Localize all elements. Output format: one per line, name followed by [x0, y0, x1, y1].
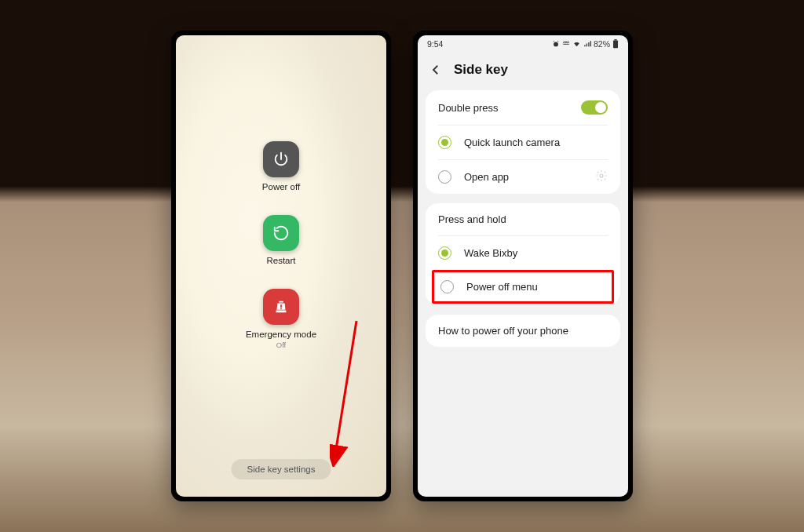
power-menu-items: Power off Restart Emer: [176, 141, 386, 349]
open-app-option[interactable]: Open app: [426, 160, 620, 194]
phone-left: Power off Restart Emer: [171, 31, 391, 501]
double-press-toggle[interactable]: [581, 100, 608, 115]
restart-label: Restart: [266, 256, 295, 265]
alarm-icon: [552, 40, 560, 48]
back-icon[interactable]: [429, 63, 443, 77]
wifi-icon: [572, 40, 581, 48]
restart-button[interactable]: Restart: [263, 215, 299, 265]
how-to-label: How to power off your phone: [438, 325, 568, 337]
vibrate-icon: [562, 40, 570, 48]
quick-launch-camera-option[interactable]: Quick launch camera: [426, 126, 620, 159]
status-bar: 9:54 82%: [418, 35, 628, 53]
battery-text: 82%: [594, 39, 610, 49]
settings-header: Side key: [418, 53, 628, 90]
restart-icon: [263, 215, 299, 251]
radio-unchecked-icon: [438, 170, 451, 184]
side-key-settings-screen: 9:54 82% Side key Double press: [418, 35, 628, 497]
radio-checked-icon: [438, 136, 451, 149]
radio-unchecked-icon: [440, 280, 454, 293]
emergency-mode-button[interactable]: Emergency mode Off: [246, 289, 316, 349]
svg-rect-6: [615, 39, 617, 41]
wake-bixby-label: Wake Bixby: [464, 247, 517, 259]
phone-right: 9:54 82% Side key Double press: [413, 31, 633, 501]
wake-bixby-option[interactable]: Wake Bixby: [426, 236, 620, 270]
double-press-header: Double press: [426, 90, 620, 125]
power-off-menu-option[interactable]: Power off menu: [434, 272, 612, 301]
emergency-state: Off: [276, 341, 287, 349]
press-and-hold-title: Press and hold: [438, 213, 506, 225]
emergency-icon: [263, 289, 299, 325]
power-off-button[interactable]: Power off: [262, 141, 300, 191]
quick-launch-camera-label: Quick launch camera: [464, 137, 560, 148]
press-and-hold-card: Press and hold Wake Bixby Power off menu: [426, 203, 620, 305]
power-off-label: Power off: [262, 182, 300, 191]
press-and-hold-header: Press and hold: [426, 203, 620, 235]
double-press-card: Double press Quick launch camera Open ap…: [426, 90, 620, 194]
power-menu-screen: Power off Restart Emer: [176, 35, 386, 497]
gear-icon[interactable]: [595, 169, 608, 184]
open-app-label: Open app: [464, 171, 509, 183]
svg-point-7: [600, 174, 603, 177]
how-to-card[interactable]: How to power off your phone: [426, 315, 620, 347]
radio-checked-icon: [438, 246, 451, 260]
emergency-label: Emergency mode: [246, 330, 316, 339]
side-key-settings-button[interactable]: Side key settings: [232, 459, 331, 479]
side-key-settings-label: Side key settings: [247, 465, 316, 474]
svg-rect-1: [280, 308, 282, 309]
status-time: 9:54: [427, 39, 443, 49]
signal-icon: [583, 40, 591, 48]
page-title: Side key: [454, 62, 508, 78]
svg-rect-5: [613, 41, 618, 49]
power-off-menu-label: Power off menu: [466, 281, 538, 293]
status-indicators: 82%: [552, 39, 619, 49]
power-off-icon: [263, 141, 299, 177]
double-press-title: Double press: [438, 102, 499, 114]
how-to-row: How to power off your phone: [426, 315, 620, 347]
svg-rect-0: [280, 304, 282, 308]
battery-icon: [612, 39, 619, 49]
highlight-box: Power off menu: [432, 270, 614, 304]
svg-point-3: [554, 42, 558, 47]
